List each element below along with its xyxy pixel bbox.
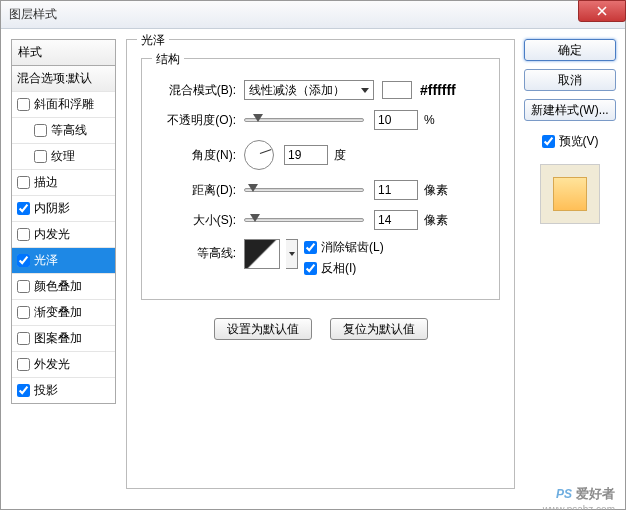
- color-swatch[interactable]: [382, 81, 412, 99]
- style-checkbox[interactable]: [17, 254, 30, 267]
- sidebar-item-4[interactable]: 描边: [12, 170, 115, 196]
- sidebar-item-label: 光泽: [34, 252, 58, 269]
- sidebar-item-label: 描边: [34, 174, 58, 191]
- dialog-buttons: 确定 取消 新建样式(W)... 预览(V): [515, 39, 615, 499]
- style-checkbox[interactable]: [17, 176, 30, 189]
- sidebar-item-label: 等高线: [51, 122, 87, 139]
- sidebar-item-3[interactable]: 纹理: [12, 144, 115, 170]
- distance-slider[interactable]: [244, 188, 364, 192]
- sidebar-item-1[interactable]: 斜面和浮雕: [12, 92, 115, 118]
- style-checkbox[interactable]: [17, 306, 30, 319]
- antialias-checkbox[interactable]: 消除锯齿(L): [304, 239, 384, 256]
- sidebar-item-10[interactable]: 图案叠加: [12, 326, 115, 352]
- contour-preview[interactable]: [244, 239, 280, 269]
- preview-thumbnail: [540, 164, 600, 224]
- blend-mode-label: 混合模式(B):: [156, 82, 236, 99]
- sidebar-item-label: 渐变叠加: [34, 304, 82, 321]
- sidebar-item-0[interactable]: 混合选项:默认: [12, 66, 115, 92]
- opacity-unit: %: [424, 113, 435, 127]
- invert-checkbox[interactable]: 反相(I): [304, 260, 384, 277]
- style-checkbox[interactable]: [34, 150, 47, 163]
- sidebar-item-9[interactable]: 渐变叠加: [12, 300, 115, 326]
- sidebar-item-label: 混合选项:默认: [17, 70, 92, 87]
- contour-picker-button[interactable]: [286, 239, 298, 269]
- color-hex: #ffffff: [420, 82, 456, 98]
- chevron-down-icon: [289, 252, 295, 256]
- opacity-slider[interactable]: [244, 118, 364, 122]
- sidebar-item-7[interactable]: 光泽: [12, 248, 115, 274]
- opacity-label: 不透明度(O):: [156, 112, 236, 129]
- panel-title: 光泽: [137, 32, 169, 49]
- sidebar-item-label: 内阴影: [34, 200, 70, 217]
- cancel-button[interactable]: 取消: [524, 69, 616, 91]
- sidebar-item-label: 斜面和浮雕: [34, 96, 94, 113]
- angle-label: 角度(N):: [156, 147, 236, 164]
- new-style-button[interactable]: 新建样式(W)...: [524, 99, 616, 121]
- sidebar-item-label: 纹理: [51, 148, 75, 165]
- size-slider[interactable]: [244, 218, 364, 222]
- size-label: 大小(S):: [156, 212, 236, 229]
- group-title: 结构: [152, 51, 184, 68]
- close-button[interactable]: [578, 0, 626, 22]
- blend-mode-combo[interactable]: 线性减淡（添加）: [244, 80, 374, 100]
- close-icon: [597, 6, 607, 16]
- size-unit: 像素: [424, 212, 448, 229]
- sidebar-item-label: 颜色叠加: [34, 278, 82, 295]
- preview-checkbox[interactable]: 预览(V): [542, 133, 599, 150]
- preview-swatch: [553, 177, 587, 211]
- style-checkbox[interactable]: [17, 202, 30, 215]
- sidebar-item-8[interactable]: 颜色叠加: [12, 274, 115, 300]
- ok-button[interactable]: 确定: [524, 39, 616, 61]
- size-input[interactable]: [374, 210, 418, 230]
- distance-label: 距离(D):: [156, 182, 236, 199]
- window-title: 图层样式: [9, 6, 57, 23]
- sidebar-list: 混合选项:默认斜面和浮雕等高线纹理描边内阴影内发光光泽颜色叠加渐变叠加图案叠加外…: [11, 65, 116, 404]
- opacity-input[interactable]: [374, 110, 418, 130]
- contour-label: 等高线:: [156, 239, 236, 262]
- style-checkbox[interactable]: [17, 358, 30, 371]
- angle-unit: 度: [334, 147, 346, 164]
- sidebar-header: 样式: [11, 39, 116, 65]
- layer-style-dialog: 图层样式 样式 混合选项:默认斜面和浮雕等高线纹理描边内阴影内发光光泽颜色叠加渐…: [0, 0, 626, 510]
- distance-input[interactable]: [374, 180, 418, 200]
- styles-sidebar: 样式 混合选项:默认斜面和浮雕等高线纹理描边内阴影内发光光泽颜色叠加渐变叠加图案…: [11, 39, 116, 499]
- style-checkbox[interactable]: [34, 124, 47, 137]
- effect-panel: 光泽 结构 混合模式(B): 线性减淡（添加） #ffffff 不透明度(O):: [126, 39, 515, 489]
- sidebar-item-label: 投影: [34, 382, 58, 399]
- watermark: PS 爱好者 www.psahz.com: [556, 485, 615, 503]
- titlebar[interactable]: 图层样式: [1, 1, 625, 29]
- sidebar-item-2[interactable]: 等高线: [12, 118, 115, 144]
- sidebar-item-label: 图案叠加: [34, 330, 82, 347]
- angle-dial[interactable]: [244, 140, 274, 170]
- style-checkbox[interactable]: [17, 228, 30, 241]
- set-default-button[interactable]: 设置为默认值: [214, 318, 312, 340]
- sidebar-item-6[interactable]: 内发光: [12, 222, 115, 248]
- style-checkbox[interactable]: [17, 384, 30, 397]
- sidebar-item-12[interactable]: 投影: [12, 378, 115, 403]
- distance-unit: 像素: [424, 182, 448, 199]
- sidebar-item-label: 外发光: [34, 356, 70, 373]
- style-checkbox[interactable]: [17, 332, 30, 345]
- structure-group: 结构 混合模式(B): 线性减淡（添加） #ffffff 不透明度(O):: [141, 58, 500, 300]
- style-checkbox[interactable]: [17, 280, 30, 293]
- chevron-down-icon: [361, 88, 369, 93]
- blend-mode-value: 线性减淡（添加）: [249, 82, 345, 99]
- style-checkbox[interactable]: [17, 98, 30, 111]
- reset-default-button[interactable]: 复位为默认值: [330, 318, 428, 340]
- sidebar-item-5[interactable]: 内阴影: [12, 196, 115, 222]
- sidebar-item-label: 内发光: [34, 226, 70, 243]
- sidebar-item-11[interactable]: 外发光: [12, 352, 115, 378]
- angle-input[interactable]: [284, 145, 328, 165]
